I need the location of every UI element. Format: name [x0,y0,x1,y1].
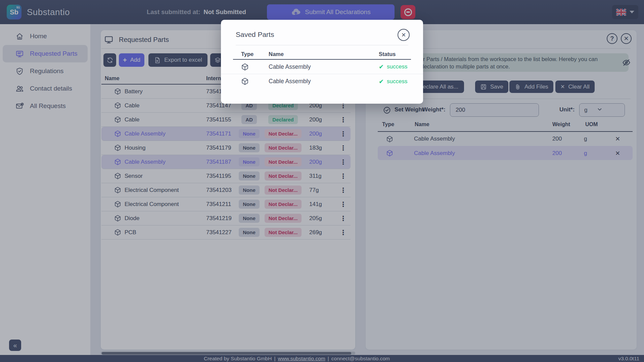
saved-parts-modal: Saved Parts ✕ Type Name Status Cable Ass… [221,20,423,104]
cube-icon [241,77,249,85]
cube-icon [241,63,249,71]
column-header-type: Type [241,51,254,57]
modal-close-icon[interactable]: ✕ [398,29,410,41]
modal-row-2[interactable]: Cable Assembly ✔ success [221,74,423,89]
check-icon: ✔ [379,63,384,70]
column-header-name: Name [269,51,284,57]
modal-table-body: Cable Assembly ✔ success Cable Assembly … [221,60,423,89]
status-badge: ✔ success [379,63,423,70]
status-badge: ✔ success [379,78,423,85]
modal-row-1[interactable]: Cable Assembly ✔ success [221,60,423,74]
divider [236,45,408,45]
modal-title: Saved Parts [236,31,274,39]
app-root: Sb 51 Substantio Last submitted at: Not … [0,0,644,362]
check-icon: ✔ [379,78,384,85]
column-header-status: Status [379,51,396,57]
